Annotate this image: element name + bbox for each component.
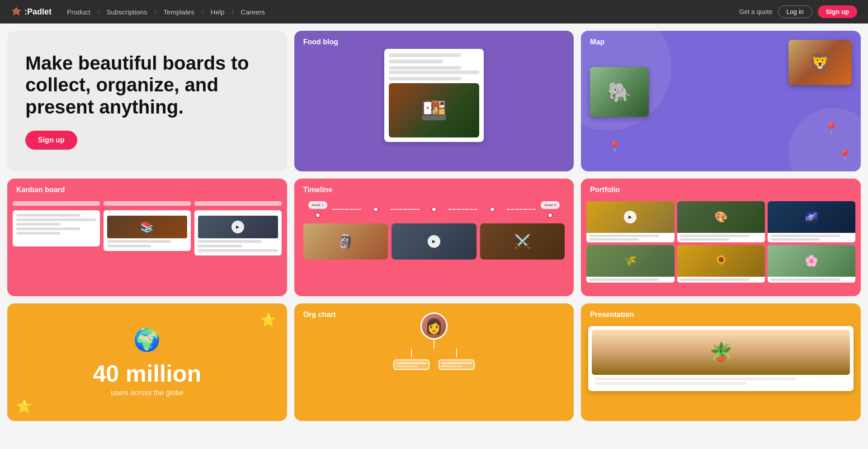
login-button[interactable]: Log in (778, 5, 812, 18)
stats-number: 40 million (93, 360, 201, 387)
play-button: ▶ (231, 221, 244, 233)
star-icon-2: ⭐ (16, 399, 32, 414)
portfolio-item-2: 🎨 (677, 201, 765, 242)
presentation-mockup: 🪴 (588, 326, 854, 391)
navbar: :Padlet Product / Subscriptions / Templa… (0, 0, 868, 24)
timeline-inner: Node 1 (294, 179, 574, 296)
sunflower-image: 🌻 (677, 245, 765, 277)
get-quote-link[interactable]: Get a quote (739, 8, 772, 15)
portfolio-item-5: 🌻 (677, 245, 765, 283)
flowers-image: 🌸 (768, 245, 855, 277)
nav-link-help[interactable]: Help (206, 6, 229, 18)
elephant-image: 🐘 (590, 67, 649, 117)
statue-image: 🗿 (303, 223, 388, 260)
hero-card: Make beautiful boards to collect, organi… (7, 31, 287, 171)
presentation-inner: 🪴 (581, 303, 861, 421)
map-pin-1: 📍 (608, 141, 622, 153)
portfolio-item-6: 🌸 (768, 245, 855, 283)
card-map[interactable]: Map 🐘 📍 📍 📍 (581, 31, 861, 171)
padlet-logo-icon (11, 6, 22, 17)
main-grid: Make beautiful boards to collect, organi… (0, 24, 868, 428)
nav-link-product[interactable]: Product (62, 6, 95, 18)
portfolio-item-1: ▶ (586, 201, 674, 242)
card-map-label: Map (590, 38, 604, 46)
timeline-mockup: Node 1 (303, 201, 565, 260)
hero-title: Make beautiful boards to collect, organi… (25, 52, 269, 118)
signup-button-nav[interactable]: Sign up (818, 5, 857, 18)
map-pin-2: 📍 (825, 123, 838, 135)
star-icon-1: ⭐ (260, 312, 276, 327)
map-pin-3: 📍 (838, 150, 852, 162)
card-kanban-label: Kanban board (16, 186, 65, 194)
presentation-image: 🪴 (592, 330, 850, 375)
kanban-inner: 📚 ▶ (7, 179, 287, 296)
nav-link-subscriptions[interactable]: Subscriptions (102, 6, 152, 18)
logo[interactable]: :Padlet (11, 6, 52, 17)
food-blog-mockup (384, 49, 484, 142)
signup-button-hero[interactable]: Sign up (25, 131, 77, 150)
books-image: 📚 (107, 216, 187, 238)
card-orgchart-label: Org chart (303, 311, 336, 319)
lion-image (788, 40, 852, 85)
card-timeline[interactable]: Timeline Node 1 (294, 179, 574, 296)
field-image: ▶ (586, 201, 674, 233)
card-stats: 🌍 40 million users across the globe ⭐ ⭐ (7, 303, 287, 421)
kanban-col-1 (13, 201, 100, 255)
org-avatar: 👩 (420, 312, 448, 340)
portfolio-mockup: ▶ 🎨 🌌 (586, 201, 855, 283)
sushi-image (389, 83, 479, 137)
lavender-image: 🌾 (586, 245, 674, 277)
stats-sub: users across the globe (111, 389, 184, 397)
starry-image: 🌌 (768, 201, 855, 233)
stats-emoji: 🌍 (133, 327, 160, 353)
kanban-mockup: 📚 ▶ (13, 201, 282, 255)
stats-content: 🌍 40 million users across the globe ⭐ ⭐ (7, 303, 287, 421)
warrior-image: ⚔️ (480, 223, 565, 260)
nav-right: Get a quote Log in Sign up (739, 5, 857, 18)
card-food-blog[interactable]: Food blog (294, 31, 574, 171)
card-timeline-label: Timeline (303, 186, 333, 194)
kanban-col-2: 📚 (104, 201, 191, 255)
vangogh-image: 🎨 (677, 201, 765, 233)
card-kanban[interactable]: Kanban board (7, 179, 287, 296)
portfolio-item-3: 🌌 (768, 201, 855, 242)
food-blog-inner (294, 31, 574, 171)
kanban-col-3: ▶ (194, 201, 282, 255)
card-presentation[interactable]: Presentation 🪴 (581, 303, 861, 421)
portfolio-item-4: 🌾 (586, 245, 674, 283)
video-image: ▶ (392, 223, 476, 260)
card-food-blog-label: Food blog (303, 38, 338, 46)
portfolio-inner: ▶ 🎨 🌌 (581, 179, 861, 296)
card-portfolio-label: Portfolio (590, 186, 620, 194)
nav-link-careers[interactable]: Careers (236, 6, 269, 18)
map-inner: 🐘 📍 📍 📍 (581, 31, 861, 171)
svg-point-2 (15, 10, 18, 13)
play-button-2: ▶ (428, 235, 440, 248)
card-orgchart[interactable]: Org chart 👩 (294, 303, 574, 421)
nav-links: Product / Subscriptions / Templates / He… (62, 6, 739, 18)
card-portfolio[interactable]: Portfolio ▶ 🎨 (581, 179, 861, 296)
work-image: ▶ (198, 216, 278, 238)
orgchart-mockup: 👩 (294, 303, 574, 421)
timeline-card-2: ▶ (392, 223, 476, 260)
orgchart-inner: 👩 (294, 303, 574, 421)
timeline-card-3: ⚔️ (480, 223, 565, 260)
card-presentation-label: Presentation (590, 311, 634, 319)
logo-text: :Padlet (24, 7, 52, 17)
timeline-card-1: 🗿 (303, 223, 388, 260)
play-button-3: ▶ (624, 211, 637, 223)
nav-link-templates[interactable]: Templates (159, 6, 199, 18)
